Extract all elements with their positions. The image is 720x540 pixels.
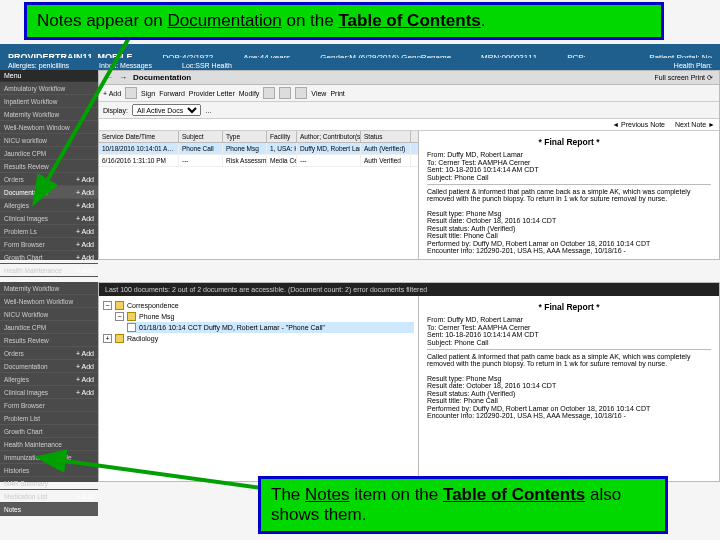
print-button[interactable]: Print: [330, 90, 344, 97]
tab-actions[interactable]: Full screen Print ⟳: [654, 74, 713, 82]
add-button[interactable]: + Add: [76, 228, 94, 235]
sidebar-item-well-newborn-workflow[interactable]: Well-Newborn Workflow: [0, 295, 98, 308]
sidebar-item-form-browser[interactable]: Form Browser+ Add: [0, 238, 98, 251]
sidebar-item-jaundice-cpm[interactable]: Jaundice CPM: [0, 321, 98, 334]
svg-line-0: [44, 36, 130, 186]
next-note-button[interactable]: Next Note ►: [675, 121, 715, 128]
tree-node[interactable]: −Correspondence: [103, 300, 414, 311]
sidebar-item-orders[interactable]: Orders+ Add: [0, 347, 98, 360]
doc-content-split: Service Date/Time Subject Type Facility …: [99, 131, 719, 259]
display-more-button[interactable]: …: [205, 107, 212, 114]
report-body: Called patient & informed that path came…: [427, 188, 711, 202]
sidebar-item-growth-chart[interactable]: Growth Chart: [0, 425, 98, 438]
folder-icon: [115, 334, 124, 343]
add-button[interactable]: + Add: [76, 350, 94, 357]
sidebar-item-problem-ls[interactable]: Problem Ls+ Add: [0, 225, 98, 238]
add-button[interactable]: + Add: [76, 363, 94, 370]
add-button[interactable]: + Add: [76, 376, 94, 383]
sidebar-item-growth-chart[interactable]: Growth Chart+ Add: [0, 251, 98, 264]
add-button[interactable]: + Add: [76, 267, 94, 274]
collapse-icon[interactable]: −: [115, 312, 124, 321]
doc-tab-header: ← → Documentation Full screen Print ⟳: [99, 71, 719, 85]
arrow-to-notes: [52, 440, 272, 504]
doc-toolbar: + Add Sign Forward Provider Letter Modif…: [99, 85, 719, 102]
folder-icon: [127, 312, 136, 321]
sidebar-item-form-browser[interactable]: Form Browser: [0, 399, 98, 412]
callout-text: Notes appear on Documentation on the Tab…: [37, 11, 486, 30]
sidebar-item-clinical-images[interactable]: Clinical Images+ Add: [0, 212, 98, 225]
sidebar-item-problem-list[interactable]: Problem List: [0, 412, 98, 425]
sidebar-item-maternity-workflow[interactable]: Maternity Workflow: [0, 282, 98, 295]
sidebar-item-nicu-workflow[interactable]: NICU Workflow: [0, 308, 98, 321]
callout-bottom: The Notes item on the Table of Contents …: [258, 476, 668, 534]
add-button[interactable]: + Add: [76, 254, 94, 261]
forward-button[interactable]: Forward: [159, 90, 185, 97]
view-label[interactable]: View: [311, 90, 326, 97]
add-button[interactable]: + Add: [76, 241, 94, 248]
expand-icon[interactable]: +: [103, 334, 112, 343]
sidebar-item-clinical-images[interactable]: Clinical Images+ Add: [0, 386, 98, 399]
prev-note-button[interactable]: ◄ Previous Note: [612, 121, 665, 128]
callout-text: The Notes item on the Table of Contents …: [271, 485, 621, 524]
sidebar-item-documentation[interactable]: Documentation+ Add: [0, 360, 98, 373]
report-panel-2: * Final Report * From: Duffy MD, Robert …: [419, 296, 719, 481]
tree-doc-node[interactable]: 01/18/16 10:14 CCT Duffy MD, Robert Lama…: [127, 322, 414, 333]
report-title: * Final Report *: [427, 302, 711, 312]
add-button[interactable]: + Add: [76, 389, 94, 396]
sidebar-item-health-maintenance[interactable]: Health Maintenance+ Add: [0, 264, 98, 277]
document-icon: [127, 323, 136, 332]
modify-button[interactable]: Modify: [239, 90, 260, 97]
tool-icon[interactable]: [263, 87, 275, 99]
display-filter-row: Display: All Active Docs …: [99, 102, 719, 119]
report-panel: * Final Report * From: Duffy MD, Robert …: [419, 131, 719, 259]
collapse-icon[interactable]: −: [103, 301, 112, 310]
report-title: * Final Report *: [427, 137, 711, 147]
tree-node[interactable]: +Radiology: [103, 333, 414, 344]
tool-icon[interactable]: [295, 87, 307, 99]
status-filter-bar: Last 100 documents: 2 out of 2 documents…: [99, 283, 719, 296]
arrow-to-documentation: [40, 36, 160, 210]
provider-letter-button[interactable]: Provider Letter: [189, 90, 235, 97]
note-nav-row: ◄ Previous Note Next Note ►: [99, 119, 719, 131]
tool-icon[interactable]: [279, 87, 291, 99]
add-button[interactable]: + Add: [76, 215, 94, 222]
folder-icon: [115, 301, 124, 310]
sidebar-item-results-review[interactable]: Results Review: [0, 334, 98, 347]
main-panel: ← → Documentation Full screen Print ⟳ + …: [98, 70, 720, 260]
callout-top: Notes appear on Documentation on the Tab…: [24, 2, 664, 40]
tree-node[interactable]: −Phone Msg: [115, 311, 414, 322]
sidebar-item-allergies[interactable]: Allergies+ Add: [0, 373, 98, 386]
sidebar-item-notes[interactable]: Notes: [0, 503, 98, 516]
svg-line-1: [58, 460, 262, 488]
